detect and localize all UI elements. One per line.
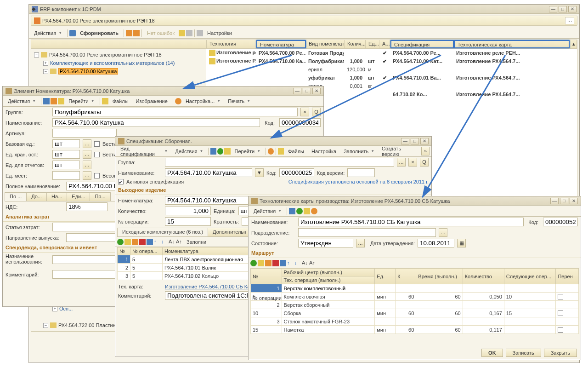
copy-icon[interactable] [58, 98, 64, 104]
tool-icon-3[interactable] [179, 30, 185, 36]
tool-icon-4[interactable] [186, 30, 192, 36]
fill-button[interactable]: Заполни [183, 238, 209, 246]
tree-child-1[interactable]: + Комплектующих и вспомогательных матери… [34, 59, 203, 67]
close-button[interactable]: ✕ [568, 6, 577, 12]
vesovoi-checkbox[interactable] [94, 173, 100, 178]
copy-icon[interactable] [304, 208, 310, 214]
strip-more[interactable]: … [565, 17, 574, 24]
copy-icon[interactable] [224, 148, 230, 155]
add-icon[interactable] [250, 260, 257, 266]
max-button[interactable]: □ [559, 6, 567, 12]
up-icon[interactable]: ↑ [287, 260, 294, 266]
expand-icon[interactable]: + [43, 61, 48, 66]
tree-root[interactable]: − РХ4.564.700.00 Реле электромагнитное Р… [34, 51, 203, 59]
codever-input[interactable] [347, 168, 375, 177]
tab-dop[interactable]: Дополнительн [208, 228, 251, 236]
col-qty[interactable]: Колич... [345, 40, 366, 48]
help-icon[interactable] [268, 148, 274, 155]
more-btn[interactable]: » [421, 147, 430, 155]
clear-btn[interactable]: × [300, 108, 309, 116]
add-icon[interactable] [117, 239, 124, 245]
tab-na[interactable]: На... [46, 192, 67, 201]
edot-input[interactable] [52, 161, 80, 169]
expand-icon[interactable]: − [34, 52, 39, 58]
podr-input[interactable] [298, 228, 436, 237]
group-input[interactable] [52, 108, 298, 116]
actions-menu[interactable]: Действия▼ [5, 98, 39, 105]
artikul-input[interactable] [52, 129, 117, 138]
attach-icon[interactable] [102, 98, 108, 104]
save-icon[interactable] [147, 239, 153, 245]
save-icon[interactable] [280, 260, 286, 266]
table-row[interactable]: 1Верстак комплектовочный [251, 284, 579, 293]
table-row[interactable]: уфабрикат1,000шт✔РХ4.564.710.01 Ва...Изг… [206, 74, 577, 82]
up-icon[interactable]: ↑ [154, 239, 160, 245]
files-button[interactable]: Файлы [285, 148, 307, 155]
table-row[interactable]: 3Станок намоточный FGR-23 [251, 317, 579, 326]
lookup-btn[interactable]: Q [312, 108, 321, 116]
tab-edi[interactable]: Еди... [67, 192, 90, 201]
name-input[interactable] [298, 218, 524, 226]
actions-menu[interactable]: Действия▼ [31, 29, 65, 37]
add2-icon[interactable] [124, 239, 131, 245]
sort-za-icon[interactable]: A↑ [176, 239, 182, 245]
tab-po[interactable]: По ... [5, 192, 27, 201]
col-tech[interactable]: Технология [207, 40, 256, 48]
table-row[interactable]: 2Верстак сборочный [251, 301, 579, 309]
code-input[interactable] [279, 168, 314, 177]
print-menu[interactable]: Печать▼ [225, 98, 254, 105]
col-ed[interactable]: Ед... [366, 40, 379, 48]
play-icon[interactable] [69, 30, 76, 36]
save-icon[interactable] [289, 208, 295, 214]
min-button[interactable]: — [293, 88, 301, 94]
edit-icon[interactable] [132, 239, 138, 245]
goto-menu[interactable]: Перейти▼ [65, 98, 98, 105]
calendar-icon[interactable]: ▦ [457, 239, 466, 247]
save-button[interactable]: Записать [506, 349, 541, 357]
table-row[interactable]: ериал120,000м [206, 65, 577, 74]
save-icon[interactable] [210, 148, 216, 155]
sort-za-icon[interactable]: A↑ [309, 260, 316, 266]
vidspec-menu[interactable]: Вид спецификации▼ [117, 145, 171, 158]
down-icon[interactable]: ↓ [294, 260, 301, 266]
code-input[interactable] [279, 118, 321, 127]
actions-menu[interactable]: Действия▼ [172, 148, 206, 155]
dots-btn[interactable]: … [83, 139, 91, 148]
max-button[interactable]: □ [303, 88, 311, 94]
group-input[interactable] [165, 158, 394, 167]
table-row[interactable]: 15Намоткамин60600,117 [251, 326, 579, 334]
settings-button[interactable]: Настройка [308, 148, 339, 155]
table-row[interactable]: 10Сборкамин60600,16715 [251, 309, 579, 317]
tab-pr[interactable]: Пр... [90, 192, 110, 201]
max-button[interactable]: □ [411, 138, 419, 144]
uchet2-checkbox[interactable] [94, 152, 100, 157]
ok-button[interactable]: OK [481, 349, 503, 357]
tab-do[interactable]: До... [26, 192, 47, 201]
max-button[interactable]: □ [560, 198, 568, 204]
help-icon[interactable] [175, 98, 181, 104]
fill-menu[interactable]: Заполнить▼ [340, 148, 378, 155]
settings-button[interactable]: Настройки [204, 29, 235, 37]
col-a[interactable]: А... [379, 40, 390, 48]
col-techcard[interactable]: Технологическая карта [454, 40, 570, 48]
table-row[interactable]: Изготовление реле ...РХ4.564.700.00 Ре..… [206, 49, 577, 57]
edmest-input[interactable] [52, 171, 80, 180]
attach-icon[interactable] [278, 148, 284, 155]
close-button[interactable]: ✕ [570, 198, 578, 204]
code-input[interactable] [543, 218, 578, 226]
no-errors-button[interactable]: Нет ошибок [144, 29, 178, 37]
nds-input[interactable] [66, 202, 107, 211]
sort-az-icon[interactable]: A↓ [302, 260, 308, 266]
col-vid[interactable]: Вид номенклат... [306, 40, 345, 48]
col-nomen[interactable]: Номенклатура [256, 40, 306, 48]
sort-az-icon[interactable]: A↓ [169, 239, 175, 245]
refresh-icon[interactable] [51, 98, 57, 104]
date-input[interactable] [418, 239, 454, 247]
help-icon[interactable] [311, 208, 317, 214]
version-button[interactable]: Создать версию [379, 145, 420, 158]
uchet-checkbox[interactable] [94, 141, 100, 147]
edhr-input[interactable] [52, 150, 80, 159]
min-button[interactable]: — [550, 198, 559, 204]
tool-icon-2[interactable] [133, 30, 140, 36]
active-checkbox[interactable]: ✔ [118, 179, 124, 184]
